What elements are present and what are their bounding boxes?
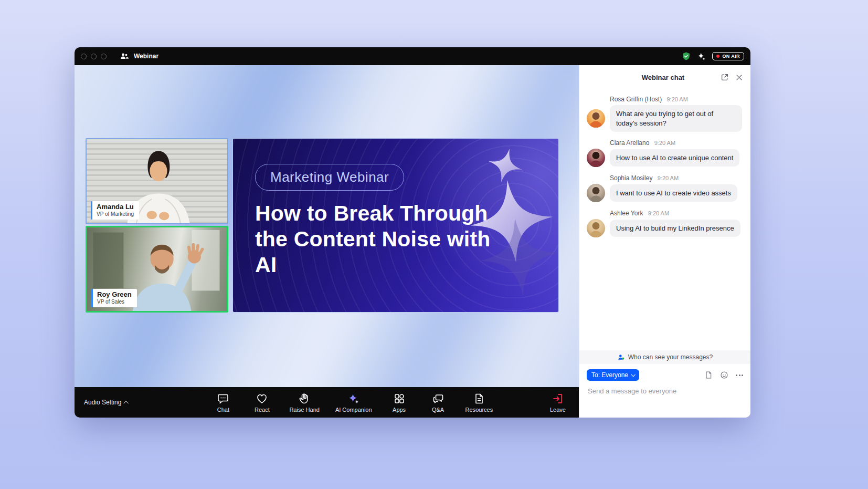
heart-icon bbox=[256, 392, 268, 405]
message-bubble: I want to use AI to create video assets bbox=[610, 184, 737, 202]
resources-button[interactable]: Resources bbox=[465, 392, 493, 413]
resources-label: Resources bbox=[465, 407, 493, 413]
avatar bbox=[587, 109, 605, 128]
on-air-badge: ON AIR bbox=[712, 52, 744, 60]
chat-panel: Webinar chat bbox=[579, 65, 750, 418]
message-input[interactable] bbox=[579, 383, 750, 399]
avatar bbox=[587, 149, 605, 167]
qa-label: Q&A bbox=[432, 407, 444, 413]
visibility-note-text: Who can see your messages? bbox=[628, 353, 713, 361]
message-time: 9:20 AM bbox=[658, 175, 679, 181]
meeting-toolbar: Audio Setting Chat bbox=[75, 387, 579, 418]
message-bubble: What are you trying to get out of today'… bbox=[610, 105, 742, 132]
on-air-label: ON AIR bbox=[722, 54, 740, 59]
ellipsis-icon bbox=[736, 374, 743, 376]
chat-title: Webinar chat bbox=[587, 74, 721, 81]
webinar-people-icon bbox=[120, 53, 129, 60]
message-time: 9:20 AM bbox=[666, 96, 687, 102]
audience-icon bbox=[617, 353, 625, 361]
attach-file-button[interactable] bbox=[704, 371, 713, 379]
ai-companion-button[interactable]: AI Companion bbox=[335, 392, 372, 413]
leave-icon bbox=[552, 392, 564, 405]
to-everyone-label: To: Everyone bbox=[591, 371, 628, 379]
qa-button[interactable]: Q&A bbox=[427, 392, 450, 413]
security-shield-icon[interactable] bbox=[682, 51, 691, 61]
chevron-down-icon bbox=[631, 372, 636, 377]
ai-companion-icon bbox=[347, 392, 360, 405]
participant-role: VP of Marketing bbox=[97, 211, 134, 217]
message-time: 9:20 AM bbox=[654, 140, 675, 146]
leave-button[interactable]: Leave bbox=[546, 392, 569, 413]
participant-role: VP of Sales bbox=[97, 299, 132, 305]
window-controls bbox=[81, 54, 107, 59]
message-bubble: Using AI to build my LinkedIn presence bbox=[610, 220, 740, 237]
chat-message: Rosa Griffin (Host) 9:20 AM What are you… bbox=[579, 91, 750, 135]
window-title: Webinar bbox=[134, 53, 158, 60]
chat-label: Chat bbox=[217, 407, 229, 413]
apps-label: Apps bbox=[393, 407, 406, 413]
message-time: 9:20 AM bbox=[648, 210, 669, 216]
ai-companion-label: AI Companion bbox=[335, 407, 372, 413]
chat-message-list[interactable]: Rosa Griffin (Host) 9:20 AM What are you… bbox=[579, 89, 750, 350]
message-bubble: How to use AI to create unique content bbox=[610, 149, 739, 167]
nametag-roy: Roy Green VP of Sales bbox=[91, 289, 137, 307]
chevron-up-icon bbox=[124, 400, 129, 405]
audio-setting-label: Audio Setting bbox=[84, 399, 121, 406]
apps-icon bbox=[393, 392, 406, 405]
chat-header: Webinar chat bbox=[579, 65, 750, 89]
raise-hand-icon bbox=[298, 392, 311, 405]
apps-button[interactable]: Apps bbox=[388, 392, 411, 413]
participant-video-roy[interactable]: Roy Green VP of Sales bbox=[86, 226, 228, 313]
message-author: Ashlee York bbox=[610, 210, 643, 217]
message-author: Rosa Griffin (Host) bbox=[610, 96, 662, 103]
shared-slide: Marketing Webinar How to Break Through t… bbox=[232, 138, 559, 313]
video-stage: Amanda Lu VP of Marketing bbox=[75, 65, 579, 387]
slide-sparkle-shadow bbox=[476, 214, 559, 300]
participant-video-amanda[interactable]: Amanda Lu VP of Marketing bbox=[86, 138, 228, 224]
chat-button[interactable]: Chat bbox=[211, 392, 235, 413]
emoji-button[interactable] bbox=[720, 371, 728, 379]
slide-title: How to Break Through the Content Noise w… bbox=[255, 201, 491, 278]
react-label: React bbox=[255, 407, 270, 413]
to-everyone-selector[interactable]: To: Everyone bbox=[587, 369, 639, 381]
webinar-window: Webinar ON AIR bbox=[75, 47, 750, 418]
message-author: Clara Arellano bbox=[610, 139, 649, 147]
react-button[interactable]: React bbox=[250, 392, 273, 413]
resources-icon bbox=[473, 392, 485, 405]
slide-badge: Marketing Webinar bbox=[255, 164, 404, 191]
raise-hand-button[interactable]: Raise Hand bbox=[289, 392, 319, 413]
more-options-button[interactable] bbox=[736, 374, 743, 376]
message-author: Sophia Mosiley bbox=[610, 174, 652, 182]
chat-icon bbox=[217, 392, 229, 405]
message-visibility-note: Who can see your messages? bbox=[579, 350, 750, 364]
ai-companion-status-icon[interactable] bbox=[697, 52, 706, 61]
window-minimize-button[interactable] bbox=[91, 54, 97, 59]
leave-label: Leave bbox=[550, 407, 566, 413]
qa-icon bbox=[432, 392, 444, 405]
chat-message: Sophia Mosiley 9:20 AM I want to use AI … bbox=[579, 170, 750, 205]
raise-hand-label: Raise Hand bbox=[289, 407, 319, 413]
participant-name: Roy Green bbox=[97, 290, 132, 299]
chat-message: Ashlee York 9:20 AM Using AI to build my… bbox=[579, 205, 750, 241]
popout-chat-button[interactable] bbox=[721, 73, 729, 81]
avatar bbox=[587, 219, 605, 237]
window-maximize-button[interactable] bbox=[101, 54, 107, 59]
chat-message: Clara Arellano 9:20 AM How to use AI to … bbox=[579, 135, 750, 170]
nametag-amanda: Amanda Lu VP of Marketing bbox=[91, 201, 139, 220]
audio-setting-button[interactable]: Audio Setting bbox=[84, 399, 129, 406]
close-chat-button[interactable] bbox=[735, 74, 743, 81]
participant-name: Amanda Lu bbox=[97, 203, 134, 211]
chat-footer: Who can see your messages? To: Everyone bbox=[579, 350, 750, 418]
avatar bbox=[587, 184, 605, 202]
window-close-button[interactable] bbox=[81, 54, 87, 59]
on-air-dot bbox=[716, 55, 719, 58]
titlebar: Webinar ON AIR bbox=[75, 47, 750, 65]
